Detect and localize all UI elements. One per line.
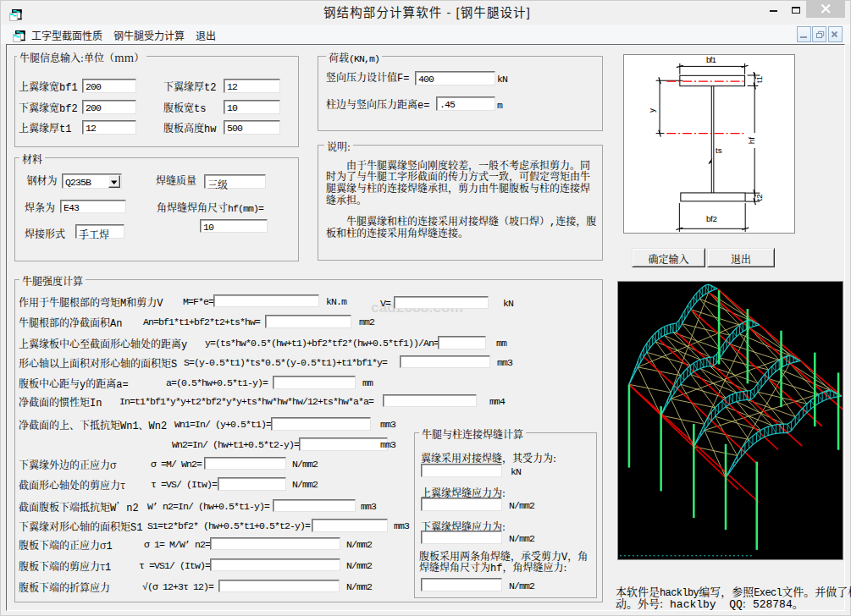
svg-text:ts: ts [716,146,722,155]
svg-text:bf2: bf2 [706,214,717,223]
svg-text:t1: t1 [754,75,764,83]
svg-text:t2: t2 [754,194,764,201]
svg-text:hf: hf [747,137,756,145]
svg-text:y: y [647,108,656,113]
svg-text:bf1: bf1 [706,55,716,64]
